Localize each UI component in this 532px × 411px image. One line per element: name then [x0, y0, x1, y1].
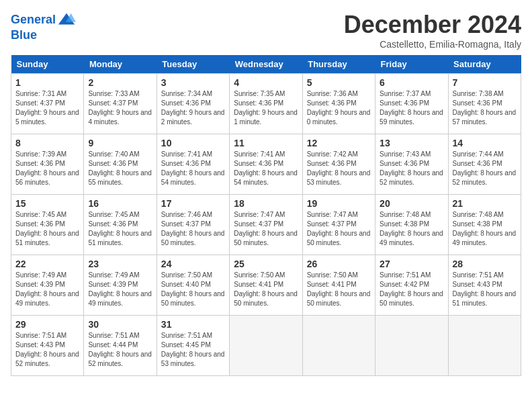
- col-saturday: Saturday: [448, 55, 521, 74]
- col-thursday: Thursday: [302, 55, 375, 74]
- logo: General Blue: [11, 11, 76, 42]
- day-cell: 4 Sunrise: 7:35 AM Sunset: 4:36 PM Dayli…: [230, 74, 302, 134]
- day-cell: 25 Sunrise: 7:50 AM Sunset: 4:41 PM Dayl…: [230, 255, 302, 316]
- page-header: General Blue December 2024 Castelletto, …: [11, 11, 521, 50]
- day-info: Sunrise: 7:41 AM Sunset: 4:36 PM Dayligh…: [161, 150, 225, 187]
- week-row-5: 29 Sunrise: 7:51 AM Sunset: 4:43 PM Dayl…: [11, 316, 521, 376]
- day-cell: 11 Sunrise: 7:41 AM Sunset: 4:36 PM Dayl…: [230, 134, 302, 195]
- day-number: 15: [15, 198, 79, 209]
- day-cell: 18 Sunrise: 7:47 AM Sunset: 4:37 PM Dayl…: [230, 195, 302, 255]
- day-info: Sunrise: 7:51 AM Sunset: 4:43 PM Dayligh…: [15, 331, 79, 369]
- day-number: 27: [380, 259, 443, 269]
- day-cell: 21 Sunrise: 7:48 AM Sunset: 4:38 PM Dayl…: [448, 195, 521, 255]
- day-number: 22: [15, 259, 79, 269]
- week-row-1: 1 Sunrise: 7:31 AM Sunset: 4:37 PM Dayli…: [11, 74, 521, 134]
- day-info: Sunrise: 7:49 AM Sunset: 4:39 PM Dayligh…: [88, 271, 152, 308]
- day-cell: 26 Sunrise: 7:50 AM Sunset: 4:41 PM Dayl…: [302, 255, 375, 316]
- day-cell: 22 Sunrise: 7:49 AM Sunset: 4:39 PM Dayl…: [11, 255, 84, 316]
- day-info: Sunrise: 7:42 AM Sunset: 4:36 PM Dayligh…: [307, 150, 371, 187]
- day-number: 18: [234, 198, 298, 209]
- day-info: Sunrise: 7:51 AM Sunset: 4:42 PM Dayligh…: [380, 271, 443, 308]
- logo-icon: [57, 11, 76, 30]
- day-info: Sunrise: 7:50 AM Sunset: 4:40 PM Dayligh…: [161, 271, 225, 308]
- day-cell: 29 Sunrise: 7:51 AM Sunset: 4:43 PM Dayl…: [11, 316, 84, 376]
- day-number: 2: [88, 77, 152, 88]
- day-number: 5: [307, 77, 371, 88]
- day-number: 12: [307, 138, 371, 148]
- day-info: Sunrise: 7:47 AM Sunset: 4:37 PM Dayligh…: [234, 210, 298, 248]
- day-number: 26: [307, 259, 371, 269]
- day-info: Sunrise: 7:35 AM Sunset: 4:36 PM Dayligh…: [234, 89, 298, 127]
- day-cell: [375, 316, 448, 376]
- day-cell: 24 Sunrise: 7:50 AM Sunset: 4:40 PM Dayl…: [157, 255, 229, 316]
- day-number: 16: [88, 198, 152, 209]
- day-number: 13: [380, 138, 443, 148]
- day-cell: 27 Sunrise: 7:51 AM Sunset: 4:42 PM Dayl…: [375, 255, 448, 316]
- location: Castelletto, Emilia-Romagna, Italy: [344, 39, 521, 50]
- day-cell: 10 Sunrise: 7:41 AM Sunset: 4:36 PM Dayl…: [157, 134, 229, 195]
- day-info: Sunrise: 7:51 AM Sunset: 4:43 PM Dayligh…: [453, 271, 517, 308]
- header-row: Sunday Monday Tuesday Wednesday Thursday…: [11, 55, 521, 74]
- week-row-4: 22 Sunrise: 7:49 AM Sunset: 4:39 PM Dayl…: [11, 255, 521, 316]
- day-number: 20: [380, 198, 443, 209]
- day-number: 11: [234, 138, 298, 148]
- day-info: Sunrise: 7:36 AM Sunset: 4:36 PM Dayligh…: [307, 89, 371, 127]
- day-number: 8: [15, 138, 79, 148]
- day-cell: 2 Sunrise: 7:33 AM Sunset: 4:37 PM Dayli…: [84, 74, 157, 134]
- day-cell: [230, 316, 302, 376]
- col-friday: Friday: [375, 55, 448, 74]
- day-cell: 5 Sunrise: 7:36 AM Sunset: 4:36 PM Dayli…: [302, 74, 375, 134]
- day-number: 7: [453, 77, 517, 88]
- day-info: Sunrise: 7:48 AM Sunset: 4:38 PM Dayligh…: [380, 210, 443, 248]
- day-cell: 17 Sunrise: 7:46 AM Sunset: 4:37 PM Dayl…: [157, 195, 229, 255]
- day-cell: 28 Sunrise: 7:51 AM Sunset: 4:43 PM Dayl…: [448, 255, 521, 316]
- day-info: Sunrise: 7:40 AM Sunset: 4:36 PM Dayligh…: [88, 150, 152, 187]
- day-cell: 16 Sunrise: 7:45 AM Sunset: 4:36 PM Dayl…: [84, 195, 157, 255]
- day-info: Sunrise: 7:50 AM Sunset: 4:41 PM Dayligh…: [234, 271, 298, 308]
- day-cell: [302, 316, 375, 376]
- day-cell: 23 Sunrise: 7:49 AM Sunset: 4:39 PM Dayl…: [84, 255, 157, 316]
- day-info: Sunrise: 7:44 AM Sunset: 4:36 PM Dayligh…: [453, 150, 517, 187]
- day-info: Sunrise: 7:46 AM Sunset: 4:37 PM Dayligh…: [161, 210, 225, 248]
- day-info: Sunrise: 7:50 AM Sunset: 4:41 PM Dayligh…: [307, 271, 371, 308]
- calendar-table: Sunday Monday Tuesday Wednesday Thursday…: [11, 55, 521, 376]
- day-cell: 14 Sunrise: 7:44 AM Sunset: 4:36 PM Dayl…: [448, 134, 521, 195]
- day-info: Sunrise: 7:47 AM Sunset: 4:37 PM Dayligh…: [307, 210, 371, 248]
- day-number: 1: [15, 77, 79, 88]
- week-row-3: 15 Sunrise: 7:45 AM Sunset: 4:36 PM Dayl…: [11, 195, 521, 255]
- day-number: 10: [161, 138, 225, 148]
- col-wednesday: Wednesday: [230, 55, 302, 74]
- col-sunday: Sunday: [11, 55, 84, 74]
- day-number: 3: [161, 77, 225, 88]
- day-number: 14: [453, 138, 517, 148]
- day-cell: 20 Sunrise: 7:48 AM Sunset: 4:38 PM Dayl…: [375, 195, 448, 255]
- day-number: 23: [88, 259, 152, 269]
- day-info: Sunrise: 7:45 AM Sunset: 4:36 PM Dayligh…: [15, 210, 79, 248]
- week-row-2: 8 Sunrise: 7:39 AM Sunset: 4:36 PM Dayli…: [11, 134, 521, 195]
- day-cell: 19 Sunrise: 7:47 AM Sunset: 4:37 PM Dayl…: [302, 195, 375, 255]
- day-number: 19: [307, 198, 371, 209]
- day-cell: 31 Sunrise: 7:51 AM Sunset: 4:45 PM Dayl…: [157, 316, 229, 376]
- day-info: Sunrise: 7:49 AM Sunset: 4:39 PM Dayligh…: [15, 271, 79, 308]
- day-number: 4: [234, 77, 298, 88]
- day-info: Sunrise: 7:38 AM Sunset: 4:36 PM Dayligh…: [453, 89, 517, 127]
- day-cell: 3 Sunrise: 7:34 AM Sunset: 4:36 PM Dayli…: [157, 74, 229, 134]
- day-number: 9: [88, 138, 152, 148]
- day-cell: 15 Sunrise: 7:45 AM Sunset: 4:36 PM Dayl…: [11, 195, 84, 255]
- day-number: 28: [453, 259, 517, 269]
- logo-text: General: [11, 13, 56, 27]
- day-cell: 9 Sunrise: 7:40 AM Sunset: 4:36 PM Dayli…: [84, 134, 157, 195]
- col-monday: Monday: [84, 55, 157, 74]
- day-number: 24: [161, 259, 225, 269]
- day-cell: 7 Sunrise: 7:38 AM Sunset: 4:36 PM Dayli…: [448, 74, 521, 134]
- day-cell: 8 Sunrise: 7:39 AM Sunset: 4:36 PM Dayli…: [11, 134, 84, 195]
- logo-blue: Blue: [11, 28, 37, 42]
- day-number: 31: [161, 319, 225, 330]
- day-info: Sunrise: 7:39 AM Sunset: 4:36 PM Dayligh…: [15, 150, 79, 187]
- col-tuesday: Tuesday: [157, 55, 229, 74]
- day-number: 17: [161, 198, 225, 209]
- day-info: Sunrise: 7:48 AM Sunset: 4:38 PM Dayligh…: [453, 210, 517, 248]
- day-number: 30: [88, 319, 152, 330]
- day-cell: 13 Sunrise: 7:43 AM Sunset: 4:36 PM Dayl…: [375, 134, 448, 195]
- day-number: 21: [453, 198, 517, 209]
